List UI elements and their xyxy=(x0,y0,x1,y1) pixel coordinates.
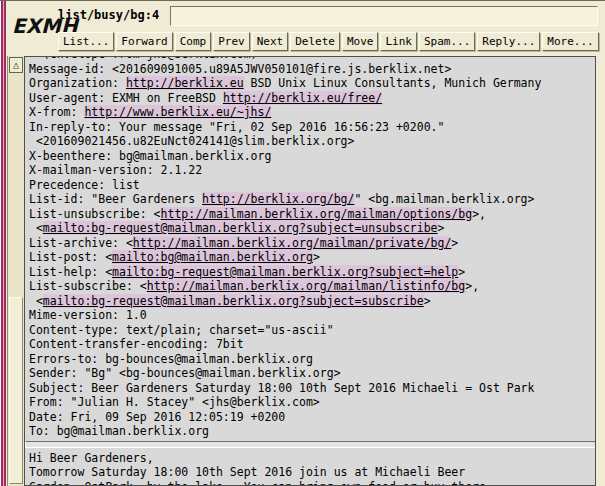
message-line: Content-type: text/plain; charset="us-as… xyxy=(29,323,595,338)
message-text-segment: (envelope from jhs@berklix.com) xyxy=(29,56,257,61)
message-text-segment: X-beenthere: bg@mailman.berklix.org xyxy=(29,149,271,163)
message-text-segment: Mime-version: 1.0 xyxy=(29,308,147,322)
message-line: Errors-to: bg-bounces@mailman.berklix.or… xyxy=(29,352,595,367)
message-text-segment: BSD Unix Linux Consultants, Munich Germa… xyxy=(244,76,542,90)
message-link[interactable]: mailto:bg@mailman.berklix.org xyxy=(112,250,313,264)
message-text-segment: < xyxy=(29,221,43,235)
message-line: Message-id: <201609091005.u89A5JWV050101… xyxy=(29,62,595,77)
message-line: X-mailman-version: 2.1.22 xyxy=(29,163,595,178)
toolbar-button-prev[interactable]: Prev xyxy=(213,32,250,51)
message-line: Organization: http://berklix.eu BSD Unix… xyxy=(29,76,595,91)
message-text-segment: List-id: "Beer Gardeners xyxy=(29,192,202,206)
message-text-segment: <201609021456.u82EuNct024141@slim.berkli… xyxy=(29,134,354,148)
message-link[interactable]: http://mailman.berklix.org/mailman/optio… xyxy=(161,207,473,221)
message-text-segment: List-unsubscribe: < xyxy=(29,207,161,221)
message-text-segment: Content-type: text/plain; charset="us-as… xyxy=(29,323,334,337)
message-text-segment: Garden, OstPark, by the lake. You can br… xyxy=(29,480,493,486)
message-text-segment: >, xyxy=(465,279,479,293)
message-text-segment: List-post: < xyxy=(29,250,112,264)
toolbar-button-move[interactable]: Move xyxy=(342,32,379,51)
top-bar: EXMH list/busy/bg:4 List...ForwardCompPr… xyxy=(7,1,605,56)
message-link[interactable]: http://mailman.berklix.org/mailman/priva… xyxy=(133,236,452,250)
message-scrollbar[interactable]: △ xyxy=(7,56,24,486)
message-line: Content-transfer-encoding: 7bit xyxy=(29,337,595,352)
message-text-segment: Organization: xyxy=(29,76,126,90)
message-link[interactable]: http://berklix.eu xyxy=(126,76,244,90)
message-text-segment: Hi Beer Gardeners, xyxy=(29,451,154,465)
message-text-segment: Content-transfer-encoding: 7bit xyxy=(29,337,244,351)
message-text-segment: X-mailman-version: 2.1.22 xyxy=(29,163,202,177)
message-link[interactable]: mailto:bg-request@mailman.berklix.org?su… xyxy=(112,265,458,279)
message-text-segment: Precedence: list xyxy=(29,178,140,192)
message-line: List-post: <mailto:bg@mailman.berklix.or… xyxy=(29,250,595,265)
toolbar-button-list[interactable]: List... xyxy=(58,32,114,51)
message-link[interactable]: mailto:bg-request@mailman.berklix.org?su… xyxy=(43,294,424,308)
message-link[interactable]: mailto:bg-request@mailman.berklix.org?su… xyxy=(43,221,438,235)
toolbar-button-delete[interactable]: Delete xyxy=(290,32,340,51)
command-input[interactable] xyxy=(170,6,598,26)
message-line: List-subscribe: <http://mailman.berklix.… xyxy=(29,279,595,294)
message-text-segment: >, xyxy=(472,207,486,221)
message-line: X-from: http://www.berklix.eu/~jhs/ xyxy=(29,105,595,120)
message-text-segment: Date: Fri, 09 Sep 2016 12:05:19 +0200 xyxy=(29,410,285,424)
message-line: User-agent: EXMH on FreeBSD http://berkl… xyxy=(29,91,595,106)
message-line: Subject: Beer Gardeners Saturday 18:00 1… xyxy=(29,381,595,396)
message-text-segment: Tomorrow Saturday 18:00 10th Sept 2016 j… xyxy=(29,465,465,479)
message-text-segment: Subject: Beer Gardeners Saturday 18:00 1… xyxy=(29,381,534,395)
message-text-segment: List-archive: < xyxy=(29,236,133,250)
toolbar-button-link[interactable]: Link xyxy=(380,32,417,51)
message-link[interactable]: http://mailman.berklix.org/mailman/listi… xyxy=(147,279,466,293)
message-text-segment: List-help: < xyxy=(29,265,112,279)
scrollbar-thumb[interactable] xyxy=(9,297,23,484)
message-line: Precedence: list xyxy=(29,178,595,193)
toolbar-button-forward[interactable]: Forward xyxy=(116,32,172,51)
message-pane: (envelope from jhs@berklix.com)Message-i… xyxy=(24,56,596,486)
message-body: Hi Beer Gardeners,Tomorrow Saturday 18:0… xyxy=(29,451,595,486)
message-text-segment: > xyxy=(313,250,320,264)
message-text-segment: To: bg@mailman.berklix.org xyxy=(29,424,209,438)
message-text-segment: Errors-to: bg-bounces@mailman.berklix.or… xyxy=(29,352,313,366)
toolbar-button-comp[interactable]: Comp xyxy=(175,32,212,51)
message-text-segment: X-from: xyxy=(29,105,84,119)
message-text-segment: User-agent: EXMH on FreeBSD xyxy=(29,91,223,105)
message-text-segment: " <bg.mailman.berklix.org> xyxy=(354,192,534,206)
message-text-segment: > xyxy=(438,221,445,235)
folder-label: list/busy/bg:4 xyxy=(58,8,159,22)
message-line: Tomorrow Saturday 18:00 10th Sept 2016 j… xyxy=(29,465,595,480)
message-text-segment: Message-id: <201609091005.u89A5JWV050101… xyxy=(29,62,451,76)
message-text-segment: > xyxy=(451,236,458,250)
message-line: <mailto:bg-request@mailman.berklix.org?s… xyxy=(29,294,595,309)
message-text-segment: From: "Julian H. Stacey" <jhs@berklix.co… xyxy=(29,395,320,409)
message-line: Date: Fri, 09 Sep 2016 12:05:19 +0200 xyxy=(29,410,595,425)
message-line: Mime-version: 1.0 xyxy=(29,308,595,323)
message-line: <mailto:bg-request@mailman.berklix.org?s… xyxy=(29,221,595,236)
message-line: List-unsubscribe: <http://mailman.berkli… xyxy=(29,207,595,222)
message-line: To: bg@mailman.berklix.org xyxy=(29,424,595,439)
message-line: <201609021456.u82EuNct024141@slim.berkli… xyxy=(29,134,595,149)
message-text-segment: List-subscribe: < xyxy=(29,279,147,293)
message-line: List-archive: <http://mailman.berklix.or… xyxy=(29,236,595,251)
message-text-segment: Sender: "Bg" <bg-bounces@mailman.berklix… xyxy=(29,366,341,380)
message-headers: (envelope from jhs@berklix.com)Message-i… xyxy=(29,56,595,439)
message-line: Sender: "Bg" <bg-bounces@mailman.berklix… xyxy=(29,366,595,381)
message-link[interactable]: http://berklix.eu/free/ xyxy=(223,91,382,105)
message-text-segment: > xyxy=(424,294,431,308)
toolbar-button-next[interactable]: Next xyxy=(252,32,289,51)
message-link[interactable]: http://berklix.org/bg/ xyxy=(202,192,354,206)
message-text-segment: In-reply-to: Your message "Fri, 02 Sep 2… xyxy=(29,120,444,134)
message-line: List-help: <mailto:bg-request@mailman.be… xyxy=(29,265,595,280)
message-line: Hi Beer Gardeners, xyxy=(29,451,595,466)
toolbar-button-spam[interactable]: Spam... xyxy=(419,32,475,51)
drag-triangle-icon[interactable]: △ xyxy=(9,57,23,73)
message-text-segment: < xyxy=(29,294,43,308)
message-line: List-id: "Beer Gardeners http://berklix.… xyxy=(29,192,595,207)
triangle-glyph: △ xyxy=(13,60,19,70)
window-edge-stripe xyxy=(0,1,7,486)
exmh-window: { "window": { "logo": "EXMH", "folder": … xyxy=(0,0,605,486)
toolbar-button-more[interactable]: More... xyxy=(542,32,598,51)
toolbar-button-reply[interactable]: Reply... xyxy=(477,32,540,51)
message-line: X-beenthere: bg@mailman.berklix.org xyxy=(29,149,595,164)
message-part-separator xyxy=(25,441,595,448)
message-link[interactable]: http://www.berklix.eu/~jhs/ xyxy=(84,105,271,119)
message-line: From: "Julian H. Stacey" <jhs@berklix.co… xyxy=(29,395,595,410)
